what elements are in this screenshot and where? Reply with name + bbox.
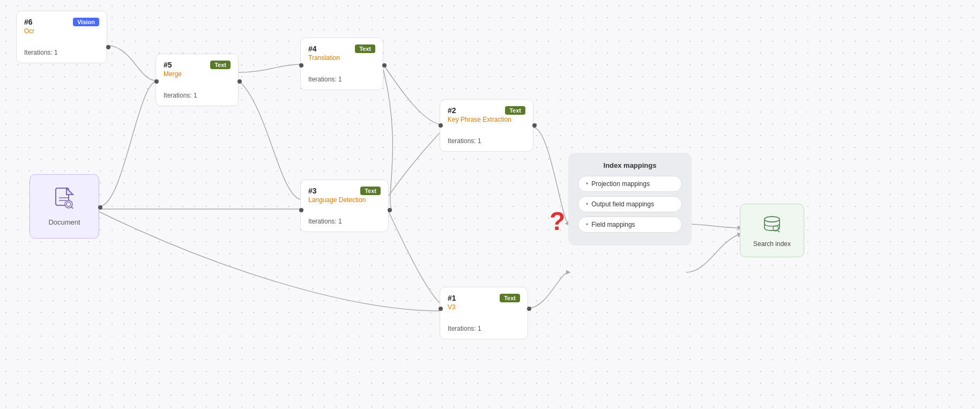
node6-id: #6 <box>24 18 33 26</box>
node2-badge: Text <box>505 106 525 115</box>
document-node[interactable]: Document <box>29 174 99 239</box>
node5-badge: Text <box>210 61 231 69</box>
node5-id: #5 <box>164 61 172 69</box>
svg-line-8 <box>778 230 779 232</box>
node4-output-dot <box>382 63 387 68</box>
svg-line-4 <box>71 207 73 209</box>
node-4[interactable]: #4 Text Translation Iterations: 1 <box>300 38 383 90</box>
node6-title: Ocr <box>24 27 99 35</box>
node3-iter: Iterations: 1 <box>308 218 381 225</box>
node4-title: Translation <box>308 54 375 62</box>
svg-point-6 <box>764 217 779 222</box>
node2-iter: Iterations: 1 <box>448 137 525 145</box>
node-5[interactable]: #5 Text Merge Iterations: 1 <box>155 54 239 106</box>
node-3[interactable]: #3 Text Language Detection Iterations: 1 <box>300 180 389 232</box>
node1-input-dot <box>439 307 443 311</box>
mapping-item-projection[interactable]: Projection mappings <box>578 176 682 192</box>
node5-iter: Iterations: 1 <box>164 92 231 99</box>
node6-badge: Vision <box>73 18 99 26</box>
search-index-label: Search index <box>753 240 791 248</box>
node1-iter: Iterations: 1 <box>448 325 520 332</box>
node5-output-dot <box>237 79 242 84</box>
node3-id: #3 <box>308 187 317 195</box>
index-mappings-title: Index mappings <box>578 161 682 169</box>
node4-badge: Text <box>355 44 375 53</box>
node-1[interactable]: #1 Text V3 Iterations: 1 <box>440 287 528 339</box>
node2-output-dot <box>532 123 537 128</box>
node3-title: Language Detection <box>308 196 381 204</box>
search-index-icon <box>762 214 782 237</box>
node5-title: Merge <box>164 70 231 78</box>
index-mappings-box: Index mappings Projection mappings Outpu… <box>568 153 692 246</box>
node4-id: #4 <box>308 44 317 53</box>
node3-output-dot <box>388 208 392 212</box>
search-index-node[interactable]: Search index <box>740 204 804 257</box>
node5-input-dot <box>154 79 159 84</box>
document-output-dot <box>98 205 102 210</box>
node1-output-dot <box>527 307 531 311</box>
node3-badge: Text <box>360 187 381 195</box>
node4-input-dot <box>299 63 303 68</box>
node2-title: Key Phrase Extraction <box>448 116 525 123</box>
node6-iter: Iterations: 1 <box>24 49 99 56</box>
document-icon <box>55 187 74 214</box>
node1-id: #1 <box>448 294 456 302</box>
mapping-item-output[interactable]: Output field mappings <box>578 196 682 212</box>
node3-input-dot <box>299 208 303 212</box>
node4-iter: Iterations: 1 <box>308 76 375 83</box>
svg-point-3 <box>65 200 72 208</box>
node-2[interactable]: #2 Text Key Phrase Extraction Iterations… <box>440 99 533 152</box>
node1-badge: Text <box>500 294 520 302</box>
question-mark: ? <box>550 206 565 236</box>
node2-input-dot <box>439 123 443 128</box>
node-6[interactable]: #6 Vision Ocr Iterations: 1 <box>16 11 107 63</box>
mapping-item-field[interactable]: Field mappings <box>578 217 682 233</box>
node6-output-dot <box>106 45 110 49</box>
node1-title: V3 <box>448 303 520 311</box>
node2-id: #2 <box>448 106 456 115</box>
document-label: Document <box>48 218 80 226</box>
